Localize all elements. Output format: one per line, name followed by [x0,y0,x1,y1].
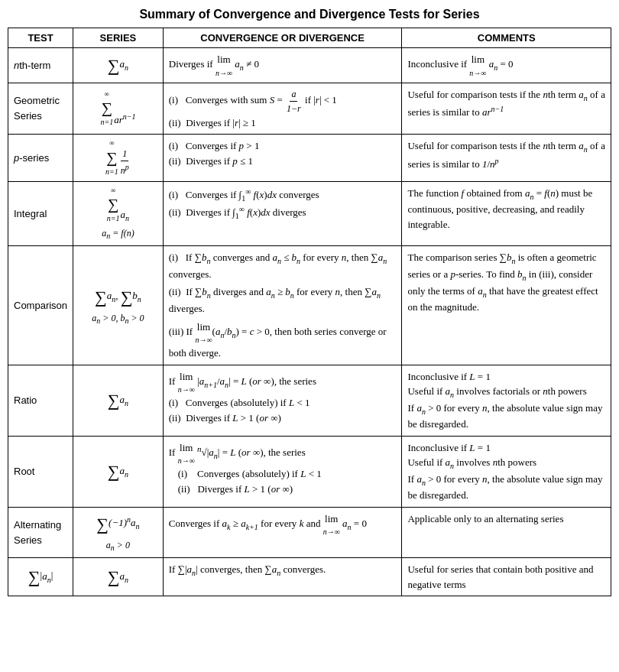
frac-a-1r: a1−r [285,87,303,115]
comp-i: (i) If ∑bn converges and an ≤ bn for eve… [169,250,397,281]
test-absolute: ∑|an| [8,558,73,596]
row-comparison: Comparison ∑an, ∑bn an > 0, bn > 0 (i) I… [8,246,611,365]
row-nth-term: nth-term ∑an Diverges if limn→∞ an ≠ 0 I… [8,48,611,83]
geometric-ii: (ii) Diverges if |r| ≥ 1 [169,115,397,131]
integral-sum: ∞ ∑ n=1 an [107,186,129,225]
comparison-sums: ∑an, ∑bn [95,284,141,310]
geometric-i: (i) Converges with sum S = a1−r if |r| <… [169,87,397,115]
series-ratio: ∑an [73,365,164,436]
header-convergence: CONVERGENCE OR DIVERGENCE [163,28,402,48]
series-nth-term: ∑an [73,48,164,83]
p-series-ii: (ii) Diverges if p ≤ 1 [169,154,397,169]
test-alternating: AlternatingSeries [8,507,73,557]
sigma-abs-series: ∑ [108,567,120,586]
comments-integral: The function f obtained from an = f(n) m… [402,181,611,246]
geometric-formula: ∞ ∑ n=1 arn−1 [79,89,157,128]
ratio-main: If limn→∞ |an+1/an| = L (or ∞), the seri… [169,369,397,396]
root-ii: (ii) Diverges if L > 1 (or ∞) [178,482,397,497]
ratio-ii: (ii) Diverges if L > 1 (or ∞) [169,411,397,426]
header-test: TEST [8,28,73,48]
row-ratio: Ratio ∑an If limn→∞ |an+1/an| = L (or ∞)… [8,365,611,436]
lim-block-nth-c: limn→∞ [469,52,486,79]
test-integral: Integral [8,181,73,246]
lim-ratio: limn→∞ [178,369,195,396]
lim-comp: limn→∞ [195,320,212,346]
row-root: Root ∑an If limn→∞ n√|an| = L (or ∞), th… [8,436,611,507]
conv-geometric: (i) Converges with sum S = a1−r if |r| <… [163,83,402,135]
conv-nth-term: Diverges if limn→∞ an ≠ 0 [163,48,402,83]
convergence-table: TEST SERIES CONVERGENCE OR DIVERGENCE CO… [8,28,611,596]
comments-geometric: Useful for comparison tests if the nth t… [402,83,611,135]
ratio-i: (i) Converges (absolutely) if L < 1 [169,395,397,411]
row-geometric: GeometricSeries ∞ ∑ n=1 arn−1 [8,83,611,135]
comparison-cond: an > 0, bn > 0 [92,311,144,326]
comments-ratio: Inconclusive if L = 1 Useful if an invol… [402,365,611,436]
series-comparison: ∑an, ∑bn an > 0, bn > 0 [73,246,164,365]
conv-ratio: If limn→∞ |an+1/an| = L (or ∞), the seri… [163,365,402,436]
test-nth-term: nth-term [8,48,73,83]
comp-iii: (iii) If limn→∞(an/bn) = c > 0, then bot… [169,320,397,361]
page-title: Summary of Convergence and Divergence Te… [8,8,611,21]
conv-alternating: Converges if ak ≥ ak+1 for every k and l… [163,507,402,557]
conv-root: If limn→∞ n√|an| = L (or ∞), the series … [163,436,402,507]
row-integral: Integral ∞ ∑ n=1 an an = f(n) [8,181,611,246]
comments-root: Inconclusive if L = 1 Useful if an invol… [402,436,611,507]
geometric-sum: ∞ ∑ n=1 arn−1 [100,89,135,128]
comments-absolute: Useful for series that contain both posi… [402,558,611,596]
conv-integral: (i) Converges if ∫1∞ f(x)dx converges (i… [163,181,402,246]
page-container: Summary of Convergence and Divergence Te… [8,8,611,596]
series-root: ∑an [73,436,164,507]
sigma-abs-test: ∑ [28,567,41,586]
conv-absolute: If ∑|an| converges, then ∑an converges. [163,558,402,596]
alternating-formula: ∑(−1)nan an > 0 [79,511,157,554]
test-comparison: Comparison [8,246,73,365]
test-root: Root [8,436,73,507]
sigma-icon: ∑ [108,56,120,75]
row-alternating: AlternatingSeries ∑(−1)nan an > 0 Conver… [8,507,611,557]
root-i: (i) Converges (absolutely) if L < 1 [178,466,397,482]
comments-p-series: Useful for comparison tests if the nth t… [402,135,611,182]
integral-ii: (ii) Diverges if ∫1∞ f(x)dx diverges [169,203,397,222]
series-geometric: ∞ ∑ n=1 arn−1 [73,83,164,135]
p-series-formula: ∞ ∑ n=1 1np [79,138,157,177]
comparison-formula: ∑an, ∑bn an > 0, bn > 0 [79,282,157,328]
comments-nth-term: Inconclusive if limn→∞ an = 0 [402,48,611,83]
series-alternating: ∑(−1)nan an > 0 [73,507,164,557]
series-p-series: ∞ ∑ n=1 1np [73,135,164,182]
comp-ii: (ii) If ∑bn diverges and an ≥ bn for eve… [169,284,397,316]
lim-block-nth: limn→∞ [216,52,232,79]
alternating-sum: ∑(−1)nan [96,511,139,537]
conv-p-series: (i) Converges if p > 1 (ii) Diverges if … [163,135,402,182]
row-p-series: p-series ∞ ∑ n=1 1np (i [8,135,611,182]
row-absolute: ∑|an| ∑an If ∑|an| converges, then ∑an c… [8,558,611,596]
p-series-i: (i) Converges if p > 1 [169,138,397,154]
integral-formula: ∞ ∑ n=1 an an = f(n) [79,186,157,242]
lim-alt: limn→∞ [323,511,340,538]
sigma-root: ∑ [108,462,120,481]
conv-comparison: (i) If ∑bn converges and an ≤ bn for eve… [163,246,402,365]
test-ratio: Ratio [8,365,73,436]
header-series: SERIES [73,28,164,48]
series-absolute: ∑an [73,558,164,596]
root-main: If limn→∞ n√|an| = L (or ∞), the series [169,440,397,467]
p-series-sum: ∞ ∑ n=1 1np [105,138,131,177]
comments-comparison: The comparison series ∑bn is often a geo… [402,246,611,365]
integral-i: (i) Converges if ∫1∞ f(x)dx converges [169,186,397,204]
series-integral: ∞ ∑ n=1 an an = f(n) [73,181,164,246]
integral-fn: an = f(n) [102,226,134,242]
header-comments: COMMENTS [402,28,611,48]
test-geometric: GeometricSeries [8,83,73,135]
lim-root: limn→∞ [178,440,195,467]
test-p-series: p-series [8,135,73,182]
alternating-cond: an > 0 [106,538,130,554]
frac-1-np: 1np [119,147,131,177]
sigma-ratio: ∑ [108,391,120,410]
comments-alternating: Applicable only to an alternating series [402,507,611,557]
